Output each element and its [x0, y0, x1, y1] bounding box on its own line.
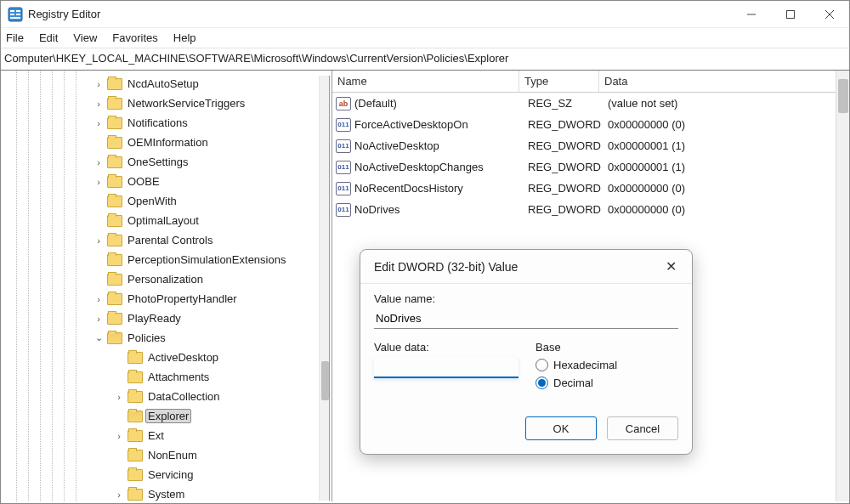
- dword-value-icon: 011: [336, 203, 351, 217]
- tree-item[interactable]: ›OOBE: [93, 172, 332, 191]
- folder-icon: [128, 352, 143, 364]
- edit-dword-dialog: Edit DWORD (32-bit) Value ✕ Value name: …: [360, 249, 693, 455]
- list-item[interactable]: 011NoRecentDocsHistoryREG_DWORD0x0000000…: [332, 178, 849, 199]
- tree-item-label: Servicing: [145, 467, 196, 482]
- tree-item[interactable]: ›System: [113, 484, 332, 501]
- list-item[interactable]: 011NoActiveDesktopChangesREG_DWORD0x0000…: [332, 156, 849, 178]
- radio-decimal[interactable]: Decimal: [536, 377, 617, 389]
- dword-value-icon: 011: [336, 182, 351, 195]
- value-type: REG_DWORD: [523, 118, 603, 131]
- tree-item-label: OEMInformation: [125, 135, 211, 150]
- menu-help[interactable]: Help: [173, 31, 196, 44]
- tree-item-label: OptimalLayout: [125, 213, 201, 228]
- column-name[interactable]: Name: [332, 71, 519, 92]
- tree-item-label: ActiveDesktop: [145, 350, 221, 365]
- tree-item[interactable]: ›NetworkServiceTriggers: [93, 93, 332, 113]
- minimize-button[interactable]: [732, 1, 771, 27]
- value-name: NoActiveDesktopChanges: [354, 161, 523, 173]
- value-type: REG_SZ: [523, 97, 603, 110]
- value-data: 0x00000001 (1): [603, 161, 849, 173]
- ok-button[interactable]: OK: [525, 416, 597, 440]
- tree-item[interactable]: ›Attachments: [113, 367, 332, 387]
- folder-icon: [107, 293, 122, 305]
- chevron-down-icon[interactable]: ⌄: [93, 332, 105, 343]
- tree-item[interactable]: ›PhotoPropertyHandler: [93, 289, 332, 309]
- menu-view[interactable]: View: [73, 31, 97, 44]
- tree-item[interactable]: ›NonEnum: [113, 445, 332, 465]
- tree-item[interactable]: ›DataCollection: [113, 387, 332, 406]
- chevron-right-icon[interactable]: ›: [113, 431, 125, 441]
- tree-item[interactable]: ›PlayReady: [93, 309, 332, 328]
- tree-item[interactable]: ›ActiveDesktop: [113, 348, 332, 367]
- tree-item-label: NcdAutoSetup: [125, 76, 201, 91]
- folder-icon: [107, 78, 122, 90]
- value-name-input[interactable]: [374, 309, 678, 329]
- svg-rect-3: [16, 10, 20, 12]
- chevron-right-icon[interactable]: ›: [93, 79, 105, 89]
- chevron-right-icon[interactable]: ›: [113, 490, 125, 500]
- folder-icon: [128, 371, 143, 383]
- menu-edit[interactable]: Edit: [39, 31, 58, 44]
- tree-item[interactable]: ›OpenWith: [93, 191, 332, 211]
- list-item[interactable]: 011ForceActiveDesktopOnREG_DWORD0x000000…: [332, 114, 849, 135]
- chevron-right-icon[interactable]: ›: [93, 99, 105, 109]
- chevron-right-icon[interactable]: ›: [93, 118, 105, 128]
- value-name: (Default): [354, 97, 523, 110]
- folder-icon: [107, 137, 122, 149]
- menu-file[interactable]: File: [6, 31, 24, 44]
- tree-item[interactable]: ›Parental Controls: [93, 230, 332, 250]
- column-type[interactable]: Type: [519, 71, 599, 92]
- radio-hexadecimal[interactable]: Hexadecimal: [536, 359, 617, 371]
- list-item[interactable]: 011NoActiveDesktopREG_DWORD0x00000001 (1…: [332, 135, 849, 156]
- value-data-input[interactable]: [374, 357, 518, 378]
- tree-scrollbar[interactable]: [319, 76, 330, 501]
- chevron-right-icon[interactable]: ›: [93, 314, 105, 324]
- tree-item[interactable]: ›Servicing: [113, 465, 332, 484]
- value-type: REG_DWORD: [523, 161, 603, 173]
- tree-item[interactable]: ›Notifications: [93, 113, 332, 133]
- svg-rect-5: [10, 17, 20, 19]
- close-button[interactable]: [810, 1, 849, 27]
- string-value-icon: ab: [336, 97, 351, 110]
- list-item[interactable]: 011NoDrivesREG_DWORD0x00000000 (0): [332, 199, 849, 220]
- list-item[interactable]: ab(Default)REG_SZ(value not set): [332, 93, 849, 114]
- chevron-right-icon[interactable]: ›: [93, 235, 105, 246]
- menubar: File Edit View Favorites Help: [1, 28, 849, 48]
- folder-icon: [128, 430, 143, 442]
- menu-favorites[interactable]: Favorites: [112, 31, 157, 44]
- value-name: ForceActiveDesktopOn: [354, 118, 523, 131]
- value-name: NoRecentDocsHistory: [354, 182, 523, 195]
- tree-item-label: PlayReady: [125, 311, 184, 326]
- maximize-button[interactable]: [771, 1, 810, 27]
- cancel-button[interactable]: Cancel: [607, 416, 678, 440]
- chevron-right-icon[interactable]: ›: [93, 177, 105, 187]
- value-data: 0x00000000 (0): [603, 203, 849, 216]
- tree-item[interactable]: ›OptimalLayout: [93, 211, 332, 230]
- tree-item-label: Ext: [145, 428, 167, 443]
- app-icon: [8, 7, 23, 22]
- tree-item[interactable]: ›OneSettings: [93, 152, 332, 172]
- value-data: 0x00000000 (0): [603, 118, 849, 131]
- tree-item[interactable]: ⌄Policies: [93, 328, 332, 348]
- value-name-label: Value name:: [374, 292, 678, 305]
- radio-icon: [536, 359, 548, 371]
- address-bar[interactable]: Computer\HKEY_LOCAL_MACHINE\SOFTWARE\Mic…: [1, 48, 849, 71]
- chevron-right-icon[interactable]: ›: [93, 157, 105, 167]
- dialog-title: Edit DWORD (32-bit) Value: [374, 260, 518, 274]
- tree-item[interactable]: ›OEMInformation: [93, 133, 332, 152]
- chevron-right-icon[interactable]: ›: [113, 392, 125, 402]
- tree-item[interactable]: ›NcdAutoSetup: [93, 74, 332, 93]
- tree-item-label: PhotoPropertyHandler: [125, 292, 240, 306]
- column-data[interactable]: Data: [599, 71, 849, 92]
- list-header: Name Type Data: [332, 71, 849, 93]
- tree-item[interactable]: ›Personalization: [93, 269, 332, 289]
- dialog-close-button[interactable]: ✕: [660, 258, 682, 275]
- tree-item-label: OOBE: [125, 174, 162, 189]
- dword-value-icon: 011: [336, 139, 351, 153]
- list-scrollbar[interactable]: [836, 71, 849, 501]
- tree-item[interactable]: ›Explorer: [113, 406, 332, 426]
- folder-icon: [107, 274, 122, 286]
- tree-item[interactable]: ›PerceptionSimulationExtensions: [93, 250, 332, 269]
- tree-item[interactable]: ›Ext: [113, 426, 332, 445]
- chevron-right-icon[interactable]: ›: [93, 294, 105, 304]
